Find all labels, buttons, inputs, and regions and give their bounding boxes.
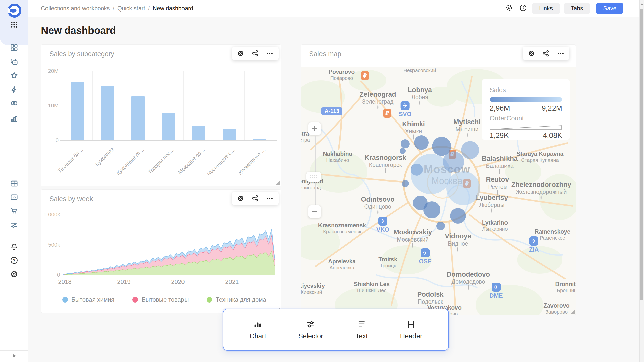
app-window: ? Collections and workbooks/Quick start/… [0, 0, 644, 362]
gridline [62, 71, 275, 71]
sidebar-item-quick-start[interactable] [10, 86, 18, 94]
y-axis-tick-label: 1 000k [41, 211, 60, 218]
sidebar-item-favorites[interactable] [10, 71, 18, 80]
legend-item-Техника для дома[interactable]: Техника для дома [207, 296, 266, 303]
sales-bubble[interactable] [401, 139, 410, 148]
breadcrumb-item[interactable]: Quick start [117, 5, 145, 12]
gridline [275, 71, 275, 140]
widget-more-button[interactable] [266, 50, 273, 57]
sidebar-item-charts[interactable] [10, 114, 18, 123]
x-axis-category-label: Товары пос… [140, 146, 176, 182]
breadcrumb-item[interactable]: Collections and workbooks [41, 5, 110, 12]
sales-bubble[interactable] [446, 171, 480, 205]
add-text-button[interactable]: Text [355, 319, 368, 340]
map-canvas[interactable]: PovarovoПоваровоНекрасовскийZelenogradЗе… [301, 67, 576, 315]
bar-Косметика …[interactable] [253, 139, 266, 140]
bar-Чистящие с…[interactable] [223, 129, 236, 140]
widget-menu [523, 47, 569, 60]
dashboard-settings-button[interactable] [504, 3, 514, 13]
links-button[interactable]: Links [532, 3, 560, 14]
widget-sales-by-week[interactable]: Sales by week 20182019202020211 000k500k… [41, 190, 281, 313]
legend-dot [62, 297, 68, 303]
sidebar-item-collections[interactable] [10, 57, 18, 66]
bar-Кухонные т…[interactable] [131, 96, 145, 140]
share-icon [542, 54, 550, 58]
gear-icon [237, 54, 244, 58]
chart-icon [253, 326, 263, 330]
map-zoom-in-button[interactable]: + [308, 122, 321, 135]
datalens-logo-icon[interactable] [7, 4, 21, 18]
map-zoom-slider[interactable] [314, 183, 316, 205]
sales-bubble[interactable] [402, 180, 409, 187]
widget-title: Sales by week [49, 195, 93, 203]
sales-bubble[interactable] [461, 141, 479, 159]
add-header-button[interactable]: Header [400, 319, 422, 340]
widget-settings-button[interactable] [528, 50, 535, 57]
ellipsis-icon [557, 54, 564, 58]
widget-sales-by-subcategory[interactable]: Sales by subcategory 20M10M0Техника дл…К… [41, 45, 281, 186]
x-axis-tick-label: 2021 [217, 278, 247, 285]
map-zoom-out-button[interactable]: − [308, 205, 321, 218]
sidebar-item-tables[interactable] [10, 179, 18, 188]
legend-item-Бытовая химия[interactable]: Бытовая химия [62, 296, 114, 303]
sales-bubble[interactable] [423, 201, 440, 218]
sales-bubble[interactable] [400, 148, 406, 154]
widget-settings-button[interactable] [237, 50, 244, 57]
sales-bubble[interactable] [443, 151, 464, 172]
widget-share-button[interactable] [251, 50, 259, 57]
sidebar-item-help[interactable]: ? [10, 256, 18, 265]
dashboard-canvas: New dashboard Sales by subcategory 20M10… [28, 17, 639, 362]
sales-bubble[interactable] [414, 135, 429, 150]
vertical-scrollbar[interactable] [639, 0, 644, 362]
y-axis-tick-label: 20M [41, 68, 59, 74]
sales-bubble[interactable] [450, 208, 466, 224]
save-button[interactable]: Save [596, 3, 623, 14]
widget-sales-map[interactable]: Sales map [301, 45, 576, 315]
widget-more-button[interactable] [557, 50, 564, 57]
sidebar-item-apps[interactable] [10, 20, 18, 29]
scrollbar-thumb[interactable] [640, 9, 643, 300]
x-axis-category-label: Моющие ср… [171, 146, 206, 182]
lightning-icon [10, 86, 18, 94]
sidebar-item-services[interactable] [10, 221, 18, 229]
sidebar-expand-button[interactable] [0, 350, 28, 362]
map-ruler-button[interactable] [306, 172, 321, 182]
breadcrumb-item[interactable]: New dashboard [153, 5, 193, 12]
x-axis-category-label: Кухонные т… [110, 146, 146, 182]
cart-icon [10, 206, 18, 215]
sidebar-item-workbooks[interactable] [10, 193, 18, 201]
x-axis-tick-label: 2020 [163, 278, 193, 285]
widget-resize-handle[interactable] [570, 310, 575, 314]
sales-gradient-bar [490, 97, 562, 102]
svg-text:?: ? [13, 258, 15, 263]
sidebar-item-settings[interactable] [10, 270, 18, 278]
widget-resize-handle[interactable] [276, 180, 280, 185]
dashboard-grid-icon [10, 43, 18, 52]
tabs-button[interactable]: Tabs [564, 3, 590, 14]
breadcrumb-separator: / [113, 5, 114, 12]
bar-Техника дл…[interactable] [71, 82, 84, 140]
info-button[interactable] [518, 3, 528, 13]
widget-share-button[interactable] [251, 195, 259, 202]
legend-item-Бытовые товары[interactable]: Бытовые товары [132, 296, 189, 303]
bar-chart-icon [10, 114, 18, 123]
bar-Моющие ср…[interactable] [192, 126, 205, 140]
sidebar-item-notifications[interactable] [10, 243, 18, 251]
sidebar-item-marketplace[interactable] [10, 206, 18, 215]
sales-bubble[interactable] [436, 222, 445, 230]
sidebar-item-dashboards[interactable] [10, 43, 18, 52]
sidebar-item-connections[interactable] [10, 99, 18, 107]
orders-min: 1,29K [490, 131, 509, 140]
bar-Кухонная[interactable] [101, 86, 114, 140]
play-icon [11, 353, 17, 360]
add-selector-button[interactable]: Selector [298, 319, 323, 340]
sales-min: 2,96M [490, 104, 510, 112]
widget-settings-button[interactable] [237, 195, 244, 202]
scroll-up-arrow-icon[interactable] [640, 3, 643, 5]
bell-icon [10, 243, 18, 251]
add-chart-button[interactable]: Chart [250, 319, 266, 340]
widget-share-button[interactable] [542, 50, 550, 57]
bar-Товары пос…[interactable] [162, 113, 175, 140]
widget-more-button[interactable] [266, 195, 273, 202]
widget-menu [232, 47, 279, 60]
